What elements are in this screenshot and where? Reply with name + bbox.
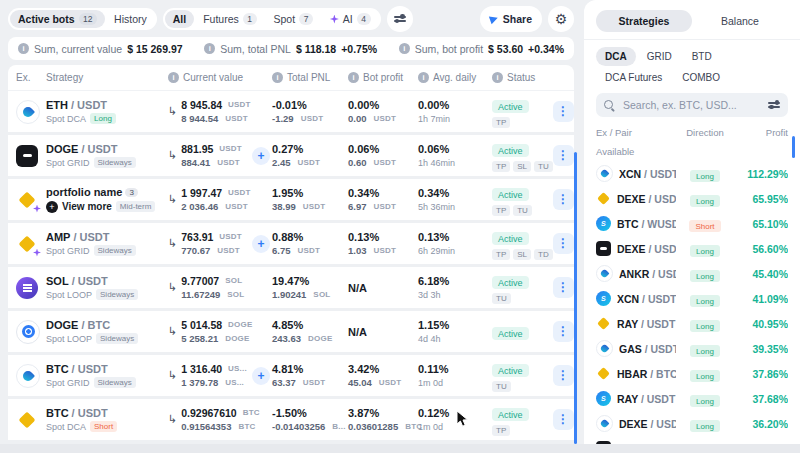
- type-filter-group: All Futures 1 Spot 7 AI 4: [163, 8, 381, 30]
- pair-list-item[interactable]: ANKR / USDT Long 45.40%: [596, 261, 788, 286]
- tab-combo[interactable]: COMBO: [673, 68, 729, 87]
- row-menu-button[interactable]: ⋮: [553, 321, 574, 342]
- pair-quote: / USDT: [638, 318, 675, 330]
- profit-value: 65.95%: [734, 193, 788, 205]
- pair-list-item[interactable]: GAS / USDT Long 39.35%: [596, 336, 788, 361]
- info-icon[interactable]: i: [204, 43, 215, 54]
- total-pnl-unit: USDT: [303, 378, 326, 387]
- tab-balance[interactable]: Balance: [692, 10, 788, 32]
- info-icon[interactable]: i: [348, 72, 359, 83]
- table-row[interactable]: ETH / USDT Spot DCA Long ↳ 8 945.84USDT …: [8, 91, 574, 132]
- row-menu-button[interactable]: ⋮: [553, 365, 574, 386]
- row-menu-button[interactable]: ⋮: [553, 145, 574, 166]
- pair-list-item[interactable]: DEXE / USDT Long 65.95%: [596, 186, 788, 211]
- view-more-plus-icon[interactable]: +: [46, 201, 58, 213]
- bot-profit-value: 1.03: [348, 245, 367, 256]
- add-funds-button[interactable]: +: [252, 235, 270, 253]
- total-pnl-line2: 243.63DOGE: [272, 333, 348, 344]
- panel-scrollbar[interactable]: [792, 136, 795, 158]
- info-icon[interactable]: i: [492, 72, 503, 83]
- row-menu-button[interactable]: ⋮: [553, 277, 574, 298]
- pair-list-item[interactable]: BTC / WUSD Short 65.10%: [596, 211, 788, 236]
- pair-search: [596, 93, 788, 117]
- current-value-secondary: 8 944.54: [181, 113, 218, 124]
- pair-list-item[interactable]: HBAR / BTC Long 37.86%: [596, 361, 788, 386]
- bot-profit-percent: N/A: [348, 282, 418, 294]
- filter-futures[interactable]: Futures 1: [195, 10, 264, 28]
- table-row[interactable]: SOL / USDT Spot LOOP Sideways ↳ 9.77007S…: [8, 267, 574, 308]
- row-menu-button[interactable]: ⋮: [553, 409, 574, 430]
- filter-ai[interactable]: AI 4: [322, 10, 379, 28]
- tab-active-bots[interactable]: Active bots 12: [10, 10, 105, 28]
- tab-grid[interactable]: GRID: [638, 47, 681, 66]
- bot-profit-value: 0.03601285: [348, 421, 398, 432]
- bot-profit-unit: USDT: [374, 202, 397, 211]
- table-row[interactable]: BTC / USDT Spot GRID Sideways ↳ 1 316.40…: [8, 355, 574, 396]
- status-badge: Active: [492, 232, 529, 245]
- tab-history[interactable]: History: [106, 10, 155, 28]
- info-icon[interactable]: i: [399, 43, 410, 54]
- pair-list-item[interactable]: XCN / USDT Long 41.09%: [596, 286, 788, 311]
- tab-btd[interactable]: BTD: [683, 47, 721, 66]
- current-value-secondary: 5 258.21: [181, 333, 218, 344]
- pair-list-item[interactable]: RAY / USDT Long 37.68%: [596, 386, 788, 411]
- bot-profit-value: 0.00: [348, 113, 367, 124]
- row-menu-button[interactable]: ⋮: [553, 189, 574, 210]
- exchange-icon: [596, 291, 611, 306]
- add-funds-button[interactable]: +: [252, 367, 270, 385]
- pair-quote: / USDT: [81, 143, 117, 155]
- filter-all[interactable]: All: [165, 10, 194, 28]
- search-input[interactable]: [621, 98, 762, 112]
- current-value-primary: 881.95: [181, 143, 213, 155]
- current-value-secondary-unit: USDT: [217, 246, 240, 255]
- table-row[interactable]: DOGE / USDT Spot GRID Sideways ↳ 881.95U…: [8, 135, 574, 176]
- avg-daily-percent: 0.34%: [418, 187, 449, 199]
- pair-list-item[interactable]: DEXE / USDT Long 56.60%: [596, 236, 788, 261]
- info-icon[interactable]: i: [168, 72, 179, 83]
- bot-profit-line2: 45.04USDT: [348, 377, 418, 388]
- table-row[interactable]: AMP / USDT Spot GRID Sideways ↳ 763.91US…: [8, 223, 574, 264]
- bots-table: Ex. Strategy iCurrent value iTotal PNL i…: [8, 65, 574, 443]
- current-value-primary-unit: BTC: [243, 408, 260, 417]
- current-value-primary: 763.91: [181, 231, 213, 243]
- tab-dca[interactable]: DCA: [596, 47, 636, 66]
- strategy-type-label: Spot DCA: [46, 114, 86, 124]
- row-menu-button[interactable]: ⋮: [553, 101, 574, 122]
- current-value-primary-unit: USDT: [228, 100, 251, 109]
- table-row[interactable]: DOGE / BTC Spot LOOP Sideways ↳ 5 014.58…: [8, 311, 574, 352]
- add-funds-button[interactable]: +: [252, 147, 270, 165]
- status-badge: Active: [492, 276, 529, 289]
- row-menu-button[interactable]: ⋮: [553, 233, 574, 254]
- main-scrollbar[interactable]: [574, 152, 577, 444]
- table-row[interactable]: portfolio name 3 + View more Mid-term ↳ …: [8, 179, 574, 220]
- pair-list-item[interactable]: XCN / USDT Long 112.29%: [596, 161, 788, 186]
- pair-base: RAY: [617, 318, 638, 330]
- pair-list-item[interactable]: RAY / USDT Long 40.95%: [596, 311, 788, 336]
- pair-list-item[interactable]: DEXE / USDT Long 36.20%: [596, 411, 788, 436]
- divider: [584, 39, 800, 40]
- info-icon[interactable]: i: [272, 72, 283, 83]
- exchange-icon: [16, 100, 40, 124]
- filter-spot[interactable]: Spot 7: [266, 10, 321, 28]
- total-pnl-percent: -1.50%: [272, 407, 348, 419]
- total-pnl-percent: 0.88%: [272, 231, 348, 243]
- table-row[interactable]: BTC / USDT Spot DCA Short ↳ 0.92967610BT…: [8, 399, 574, 440]
- exchange-icon: [16, 320, 40, 344]
- col-total-pnl: iTotal PNL: [272, 72, 348, 83]
- tab-strategies[interactable]: Strategies: [596, 10, 692, 32]
- info-icon[interactable]: i: [418, 72, 429, 83]
- settings-button[interactable]: ⚙: [548, 6, 574, 32]
- share-button[interactable]: Share: [480, 6, 542, 32]
- table-filter-button[interactable]: [387, 6, 413, 32]
- search-filter-icon[interactable]: [768, 100, 780, 110]
- info-icon[interactable]: i: [18, 43, 29, 54]
- bot-profit-unit: USDT: [374, 158, 397, 167]
- current-value-primary-unit: USDT: [228, 188, 251, 197]
- status-tags: TP: [492, 425, 552, 436]
- total-pnl-line2: 38.99USDT: [272, 201, 348, 212]
- active-bots-count: 12: [79, 13, 97, 25]
- tab-dca-futures[interactable]: DCA Futures: [596, 68, 671, 87]
- exchange-icon: [596, 415, 613, 432]
- status-badge: Active: [492, 364, 529, 377]
- exchange-icon: [16, 233, 38, 255]
